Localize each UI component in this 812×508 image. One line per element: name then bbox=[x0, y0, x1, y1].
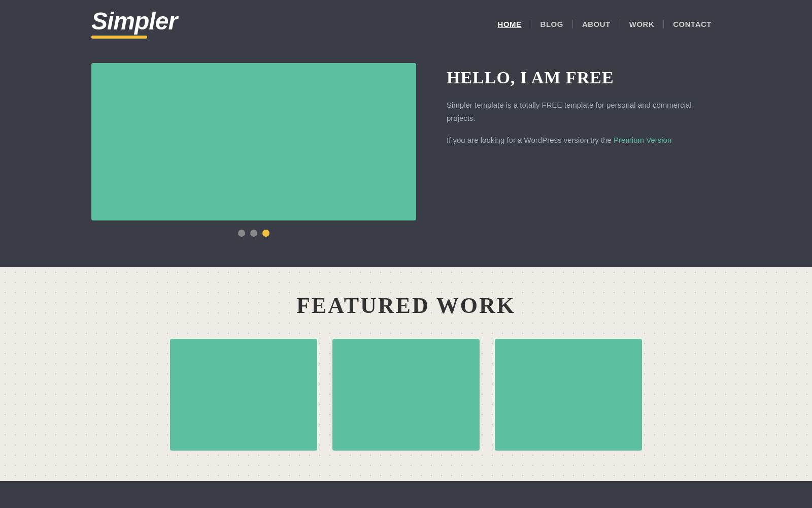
nav: HOME BLOG ABOUT WORK CONTACT bbox=[489, 20, 721, 28]
work-item-2[interactable] bbox=[332, 339, 480, 451]
slider-dots bbox=[238, 230, 269, 237]
nav-item-contact[interactable]: CONTACT bbox=[664, 20, 721, 28]
logo-text: Simpler bbox=[91, 9, 177, 34]
hero-desc2-text: If you are looking for a WordPress versi… bbox=[447, 136, 612, 144]
hero-title: HELLO, I AM FREE bbox=[447, 68, 721, 87]
header: Simpler HOME BLOG ABOUT WORK CONTACT bbox=[0, 0, 812, 48]
work-grid bbox=[101, 339, 710, 451]
work-item-1[interactable] bbox=[170, 339, 317, 451]
hero-slider bbox=[91, 63, 416, 237]
slider-dot-2[interactable] bbox=[250, 230, 257, 237]
featured-title: FEATURED WORK bbox=[101, 293, 710, 319]
slider-dot-3[interactable] bbox=[262, 230, 269, 237]
slider-dot-1[interactable] bbox=[238, 230, 245, 237]
hero-desc2: If you are looking for a WordPress versi… bbox=[447, 134, 721, 147]
slider-image bbox=[91, 63, 416, 220]
nav-item-home[interactable]: HOME bbox=[489, 20, 531, 28]
nav-item-about[interactable]: ABOUT bbox=[573, 20, 620, 28]
work-item-3[interactable] bbox=[495, 339, 642, 451]
nav-item-blog[interactable]: BLOG bbox=[531, 20, 573, 28]
hero-section: HELLO, I AM FREE Simpler template is a t… bbox=[0, 48, 812, 267]
featured-section: FEATURED WORK bbox=[0, 267, 812, 481]
logo: Simpler bbox=[91, 9, 177, 39]
premium-link[interactable]: Premium Version bbox=[614, 136, 671, 144]
hero-desc1: Simpler template is a totally FREE templ… bbox=[447, 99, 721, 124]
logo-underline bbox=[91, 36, 147, 39]
nav-item-work[interactable]: WORK bbox=[620, 20, 664, 28]
hero-text: HELLO, I AM FREE Simpler template is a t… bbox=[447, 63, 721, 150]
